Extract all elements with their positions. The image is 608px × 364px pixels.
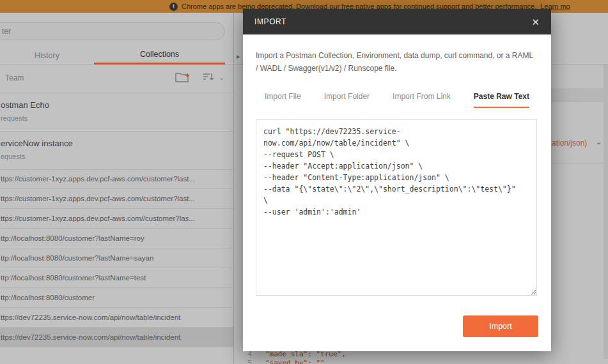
import-tabs: Import File Import Folder Import From Li…	[265, 92, 529, 108]
tab-import-from-link[interactable]: Import From Link	[393, 92, 451, 108]
import-dialog: IMPORT ✕ Import a Postman Collection, En…	[243, 9, 551, 351]
tab-import-file[interactable]: Import File	[265, 92, 301, 108]
raw-text-input[interactable]: curl "https://dev72235.service- now.com/…	[256, 119, 537, 296]
dialog-body: Import a Postman Collection, Environment…	[243, 34, 551, 351]
dialog-description: Import a Postman Collection, Environment…	[256, 50, 534, 75]
postman-app-window: ! Chrome apps are being deprecated. Down…	[0, 0, 608, 364]
dialog-header: IMPORT ✕	[243, 9, 551, 34]
import-button[interactable]: Import	[463, 315, 538, 337]
dialog-title: IMPORT	[254, 17, 286, 26]
tab-import-folder[interactable]: Import Folder	[324, 92, 370, 108]
dialog-footer: Import	[463, 315, 538, 337]
close-icon[interactable]: ✕	[531, 17, 540, 27]
tab-paste-raw-text[interactable]: Paste Raw Text	[474, 92, 529, 108]
